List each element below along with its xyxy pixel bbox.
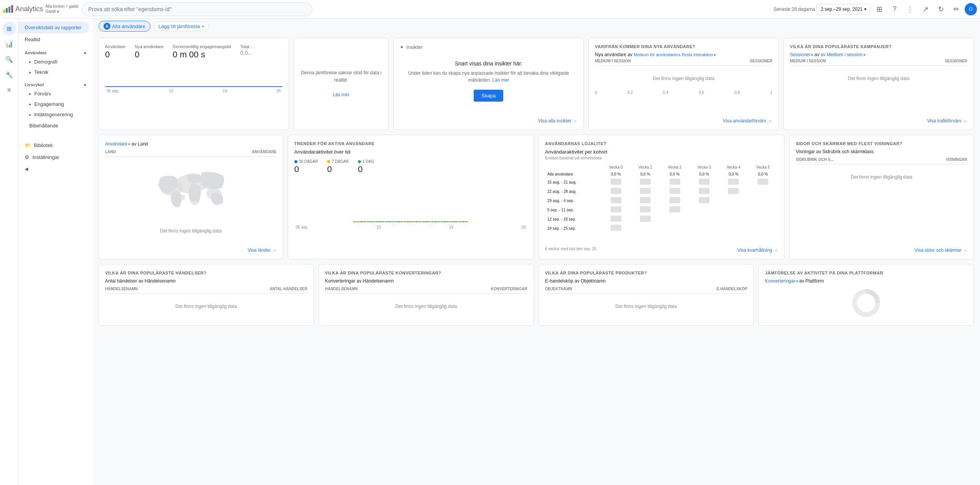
- view-all-insights-link[interactable]: Visa alla insikter →: [400, 118, 577, 124]
- nav-retention-label: Bibehållande: [29, 123, 58, 129]
- trends-card: TRENDER FÖR AKTIVA ANVÄNDARE Användarakt…: [288, 135, 534, 259]
- share-button[interactable]: ↗: [918, 2, 932, 16]
- nav-sub-acquisition[interactable]: ▸ Förvärv: [18, 89, 89, 99]
- campaigns-sessions-dropdown[interactable]: Sessioner: [790, 52, 813, 57]
- row-2: Användare av Land LAND ANVÄNDARE: [99, 135, 974, 259]
- row-3: VILKA ÄR DINA POPULÄRASTE HÄNDELSER? Ant…: [99, 264, 974, 326]
- view-countries-link[interactable]: Visa länder →: [105, 248, 277, 253]
- insights-link[interactable]: Läs mer: [493, 77, 509, 83]
- library-icon: 📁: [25, 142, 31, 148]
- sidebar-icon-list[interactable]: ≡: [2, 83, 16, 97]
- metric-total-label: Total ...: [240, 44, 254, 49]
- view-traffic-acquisition-link[interactable]: Visa trafikförvärv →: [790, 118, 967, 124]
- search-area: [82, 2, 312, 16]
- metric-users-label: Användare: [105, 44, 125, 49]
- logo-bar-1: [3, 10, 5, 13]
- cohort-row-sep5: 5 sep. - 11 sep.: [546, 206, 778, 214]
- world-map-svg: [152, 167, 229, 213]
- sidebar-icon-home[interactable]: ⊞: [2, 22, 16, 35]
- users-metrics-card: Användare 0 Nya användare 0 Genomsnittli…: [99, 38, 289, 130]
- sidebar-icon-configure[interactable]: 🔧: [2, 68, 16, 82]
- nav-sub-engagement[interactable]: ▸ Engagemang: [18, 99, 89, 109]
- products-no-data: Det finns ingen tillgänglig data: [545, 296, 748, 317]
- conversions-card: VILKA ÄR DINA POPULÄRASTE KONVERTERINGAR…: [319, 264, 534, 326]
- nav-sub-monetization[interactable]: ▸ Intäktsgenerering: [18, 109, 89, 120]
- events-no-data: Det finns ingen tillgänglig data: [105, 296, 307, 317]
- events-col2: ANTAL HÄNDELSER: [270, 287, 307, 291]
- search-input[interactable]: [82, 2, 312, 16]
- nav-sub-demographics[interactable]: ▸ Demografi: [18, 57, 89, 67]
- conversions-col1: HÄNDELSENAMN: [325, 287, 358, 291]
- view-screens-link[interactable]: Visa sidor och skärmar →: [796, 248, 967, 253]
- products-card-title: VILKA ÄR DINA POPULÄRASTE PRODUKTER?: [545, 271, 748, 275]
- metric-new-users-value: 0: [135, 50, 164, 60]
- new-users-col1: MEDIUM I SESSION: [595, 59, 631, 63]
- platforms-conversions-dropdown[interactable]: Konverteringar: [765, 278, 798, 284]
- nav-item-retention[interactable]: Bibehållande: [18, 120, 89, 132]
- legend-1d: 1 DAG 0: [358, 159, 374, 174]
- logo-bar-4: [11, 5, 13, 13]
- new-users-card-title: VARIFRÅN KOMMER DINA NYA ANVÄNDARE?: [595, 44, 772, 49]
- chevron-right-icon: ▸: [29, 92, 31, 96]
- insights-title: Snart visas dina insikter här.: [455, 60, 522, 67]
- nav-item-overview[interactable]: Översiktsbild av rapporter: [18, 22, 89, 33]
- chevron-down-icon: ▾: [864, 7, 866, 12]
- legend-7d: 7 DAGAR 0: [327, 159, 349, 174]
- topbar-actions: Senaste 28 dagarna 2 sep.–29 sep. 2021 ▾…: [773, 2, 977, 16]
- metric-total: Total ... 0,0...: [240, 44, 254, 60]
- view-retention-link[interactable]: Visa kvarhållning →: [737, 248, 778, 253]
- grid-icon-button[interactable]: ⊞: [872, 2, 886, 16]
- nav-section-lifecycle-label: Livscykel: [25, 82, 44, 87]
- cohort-row-aug15: 15 aug. - 21 aug.: [546, 178, 778, 186]
- geo-footer: Visa länder →: [105, 241, 277, 253]
- sidebar-collapse-button[interactable]: ◀: [18, 163, 92, 175]
- trends-value-1d: 0: [358, 164, 374, 174]
- platforms-content: [765, 287, 967, 319]
- edit-button[interactable]: ✏: [949, 2, 963, 16]
- account-selector[interactable]: Alla konton > gaddr Gaddr ▾: [45, 4, 78, 14]
- cohort-table-header: Vecka 0 Vecka 1 Vecka 2 Vecka 3 Vecka 4 …: [546, 164, 778, 171]
- user-avatar[interactable]: G: [965, 3, 977, 15]
- metric-avg-engagement-value: 0 m 00 s: [173, 50, 231, 60]
- nav-item-library[interactable]: 📁 Bibliotek: [18, 139, 89, 151]
- trends-chart-svg: [294, 177, 528, 224]
- chevron-right-icon: ▸: [29, 112, 31, 117]
- more-options-button[interactable]: ⋮: [903, 2, 917, 16]
- conversions-content: Det finns ingen tillgänglig data: [325, 296, 528, 319]
- products-col2: E-HANDELSKÖP: [716, 287, 747, 291]
- campaigns-medium-dropdown[interactable]: av Medium i session: [821, 52, 865, 57]
- date-range-button[interactable]: 2 sep.–29 sep. 2021 ▾: [816, 4, 871, 15]
- new-users-dropdown[interactable]: Medium för användarens första interaktio…: [634, 52, 716, 57]
- geo-title-suffix: av Land: [132, 141, 148, 147]
- events-table-header: HÄNDELSENAMN ANTAL HÄNDELSER: [105, 287, 307, 294]
- metric-avg-engagement: Genomsnittlig engagemangstid 0 m 00 s: [173, 44, 231, 60]
- cohort-row-aug29: 29 aug. - 4 sep.: [546, 196, 778, 205]
- compare-card: Denna jämförelse saknar stöd för data i …: [294, 38, 389, 130]
- help-icon-button[interactable]: ?: [888, 2, 902, 16]
- refresh-button[interactable]: ↻: [934, 2, 948, 16]
- trends-legend: 30 DAGAR 0 7 DAGAR 0 1 DAG 0: [294, 159, 528, 174]
- insights-body: Snart visas dina insikter här. Under tid…: [400, 50, 577, 112]
- cohort-row-all: Alla användare 0,0 % 0,0 % 0,0 % 0,0 % 0…: [546, 171, 778, 177]
- nav-item-settings[interactable]: ⚙ Inställningar: [18, 151, 89, 163]
- conversions-table-header: HÄNDELSENAMN KONVERTERINGAR: [325, 287, 528, 294]
- screens-col1: SIDRUBRIK OCH S...: [796, 157, 833, 162]
- compare-link[interactable]: Läs mer: [333, 92, 349, 97]
- insights-sparkle-icon: ✦: [400, 44, 404, 50]
- trends-value-30d: 0: [294, 164, 318, 174]
- new-users-chart-area: Det finns ingen tillgänglig data 0 0,2 0…: [595, 68, 772, 112]
- add-compare-button[interactable]: Lägg till jämförelse +: [154, 22, 210, 31]
- campaigns-col1: MEDIUM I SESSION: [790, 59, 826, 63]
- conversions-subtitle: Konverteringar av Händelsenamn: [325, 278, 528, 284]
- new-users-footer: Visa användarförvärv →: [595, 115, 772, 124]
- geo-users-dropdown[interactable]: Användare: [105, 141, 130, 147]
- trends-card-title: TRENDER FÖR AKTIVA ANVÄNDARE: [294, 141, 528, 146]
- all-users-filter[interactable]: A Alla användare: [99, 21, 150, 32]
- nav-item-realtime[interactable]: Realtid: [18, 33, 89, 45]
- view-user-acquisition-link[interactable]: Visa användarförvärv →: [595, 118, 772, 124]
- trends-dates: 05 sep. 12 19 26: [294, 225, 528, 229]
- insights-create-button[interactable]: Skapa: [474, 90, 503, 102]
- sidebar-icon-reports[interactable]: 📊: [2, 37, 16, 51]
- nav-sub-tech[interactable]: ▸ Teknik: [18, 67, 89, 77]
- sidebar-icon-explore[interactable]: 🔍: [2, 52, 16, 66]
